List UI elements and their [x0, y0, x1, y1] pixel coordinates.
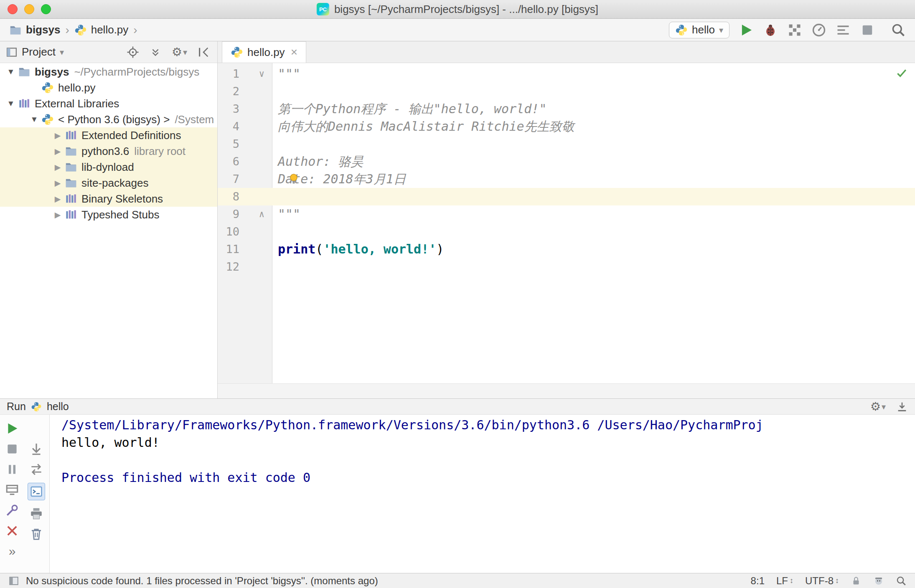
code-line[interactable]: 5 — [218, 135, 915, 153]
tree-item[interactable]: ▼< Python 3.6 (bigsys) >/System — [0, 112, 217, 127]
readonly-lock-icon[interactable] — [851, 575, 862, 586]
close-window-button[interactable] — [8, 4, 18, 14]
run-with-coverage-button[interactable] — [787, 23, 802, 38]
tool-window-switcher-icon[interactable] — [8, 575, 19, 586]
fold-gutter — [241, 135, 272, 153]
line-number: 6 — [218, 153, 241, 170]
chevron-down-icon: ▾ — [183, 47, 187, 57]
breadcrumb-project[interactable]: bigsys — [26, 23, 60, 36]
line-number: 5 — [218, 135, 241, 153]
collapse-toggle-icon[interactable]: ▼ — [5, 99, 17, 108]
highlighting-level-icon[interactable] — [873, 575, 884, 586]
code-editor[interactable]: 1∨"""23第一个Python程序 - 输出"hello, world!"4向… — [218, 63, 915, 383]
search-everywhere-button[interactable] — [891, 23, 906, 38]
line-number: 8 — [218, 188, 241, 205]
line-separator-widget[interactable]: LF ↕ — [776, 575, 793, 587]
chevron-down-icon[interactable]: ▾ — [60, 47, 64, 57]
restore-layout-button[interactable] — [5, 483, 19, 497]
run-console-output[interactable]: /System/Library/Frameworks/Python.framew… — [50, 415, 915, 573]
locate-file-button[interactable] — [127, 46, 139, 58]
code-line[interactable]: 3第一个Python程序 - 输出"hello, world!" — [218, 100, 915, 118]
run-panel-title[interactable]: Run — [7, 400, 26, 413]
editor-tab-bar: hello.py × — [218, 41, 915, 63]
tree-item-label: External Libraries — [35, 97, 119, 110]
titlebar[interactable]: PC bigsys [~/PycharmProjects/bigsys] - .… — [0, 0, 915, 19]
show-console-button[interactable] — [28, 483, 45, 500]
encoding-widget[interactable]: UTF-8 ↕ — [805, 575, 839, 587]
minimize-window-button[interactable] — [24, 4, 34, 14]
code-line[interactable]: 4向伟大的Dennis MacAlistair Ritchie先生致敬 — [218, 118, 915, 135]
run-button[interactable] — [739, 23, 754, 38]
collapse-all-button[interactable] — [149, 46, 162, 58]
project-panel-title[interactable]: Project — [22, 46, 56, 58]
fold-marker-icon[interactable]: ∧ — [241, 205, 272, 223]
code-token: 向伟大的Dennis MacAlistair Ritchie先生致敬 — [278, 119, 574, 134]
inspection-status-icon[interactable] — [896, 67, 907, 79]
code-line[interactable]: 6Author: 骆昊 — [218, 153, 915, 170]
code-line[interactable]: 7Date: 2018年3月1日 — [218, 170, 915, 188]
breadcrumb-folder-icon — [9, 24, 22, 36]
project-panel-header: Project ▾ ⚙ ▾ — [0, 41, 217, 63]
stop-button[interactable] — [5, 442, 19, 456]
code-line[interactable]: 10 — [218, 223, 915, 241]
tree-item[interactable]: ▶lib-dynload — [0, 159, 217, 175]
concurrency-diagram-button[interactable] — [836, 23, 851, 38]
print-button[interactable] — [29, 507, 43, 521]
collapse-toggle-icon[interactable]: ▼ — [5, 67, 17, 76]
expand-toggle-icon[interactable]: ▶ — [51, 194, 64, 204]
expand-toggle-icon[interactable]: ▶ — [51, 131, 64, 140]
tree-item[interactable]: ▼bigsys~/PycharmProjects/bigsys — [0, 64, 217, 80]
close-tab-icon[interactable]: × — [291, 46, 297, 59]
tree-item-hint: /System — [175, 113, 214, 126]
expand-toggle-icon[interactable]: ▶ — [51, 210, 64, 220]
editor-scrollbar-strip[interactable] — [218, 383, 915, 398]
expand-toggle-icon[interactable]: ▶ — [51, 162, 64, 172]
chevron-down-icon: ▾ — [882, 402, 886, 412]
search-icon[interactable] — [896, 575, 907, 586]
tree-item[interactable]: ▶python3.6library root — [0, 143, 217, 159]
run-config-selector[interactable]: hello ▾ — [669, 22, 729, 38]
settings-gear-button[interactable]: ⚙ ▾ — [870, 400, 886, 413]
pause-output-button[interactable] — [5, 462, 19, 476]
more-actions-button[interactable]: » — [9, 544, 16, 558]
tree-item[interactable]: ▶Extended Definitions — [0, 127, 217, 143]
dock-panel-button[interactable] — [896, 400, 908, 413]
code-token: 第一个Python程序 - 输出"hello, world!" — [278, 101, 546, 116]
code-line[interactable]: 1∨""" — [218, 65, 915, 83]
tree-item[interactable]: ▶site-packages — [0, 175, 217, 191]
settings-gear-button[interactable]: ⚙ ▾ — [172, 45, 187, 59]
collapse-toggle-icon[interactable]: ▼ — [28, 115, 41, 124]
expand-toggle-icon[interactable]: ▶ — [51, 178, 64, 188]
fullscreen-window-button[interactable] — [41, 4, 51, 14]
tree-item[interactable]: ▼External Libraries — [0, 96, 217, 112]
debug-button[interactable] — [763, 23, 778, 38]
clear-console-button[interactable] — [29, 527, 43, 541]
console-line: Process finished with exit code 0 — [61, 469, 915, 487]
expand-toggle-icon[interactable]: ▶ — [51, 147, 64, 156]
soft-wrap-button[interactable] — [29, 462, 43, 476]
code-line[interactable]: 8 — [218, 188, 915, 205]
fold-marker-icon[interactable]: ∨ — [241, 65, 272, 83]
code-line[interactable]: 11print('hello, world!') — [218, 241, 915, 258]
library-icon — [65, 193, 77, 205]
code-text: 向伟大的Dennis MacAlistair Ritchie先生致敬 — [272, 118, 574, 135]
profiler-button[interactable] — [811, 23, 826, 38]
scroll-to-end-button[interactable] — [29, 442, 43, 456]
editor-tab[interactable]: hello.py × — [222, 41, 306, 63]
code-line[interactable]: 12 — [218, 258, 915, 276]
intention-bulb-icon[interactable] — [287, 172, 300, 186]
code-line[interactable]: 2 — [218, 83, 915, 100]
tree-item[interactable]: ▶Binary Skeletons — [0, 191, 217, 207]
edit-configurations-button[interactable] — [5, 503, 19, 517]
hide-panel-button[interactable] — [197, 46, 210, 58]
python-file-icon — [231, 46, 243, 58]
tree-item[interactable]: hello.py — [0, 80, 217, 96]
breadcrumb-file[interactable]: hello.py — [91, 23, 129, 36]
caret-position-widget[interactable]: 8:1 — [751, 575, 765, 587]
run-config-name: hello — [47, 400, 69, 413]
stop-button[interactable] — [860, 23, 875, 38]
close-console-button[interactable] — [5, 524, 19, 538]
code-line[interactable]: 9∧""" — [218, 205, 915, 223]
tree-item[interactable]: ▶Typeshed Stubs — [0, 207, 217, 223]
rerun-button[interactable] — [5, 421, 19, 436]
